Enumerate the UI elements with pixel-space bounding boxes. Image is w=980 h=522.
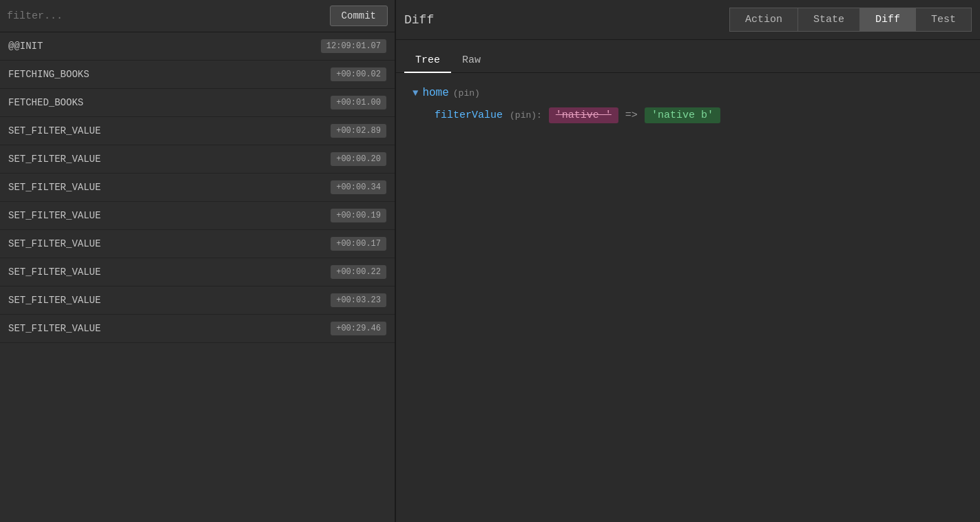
action-name: SET_FILTER_VALUE xyxy=(8,323,101,334)
action-name: SET_FILTER_VALUE xyxy=(8,182,101,193)
action-time: +00:00.17 xyxy=(331,237,386,251)
action-row[interactable]: SET_FILTER_VALUE+00:02.89 xyxy=(0,117,395,145)
action-time: +00:29.46 xyxy=(331,322,386,335)
action-name: @@INIT xyxy=(8,41,43,52)
commit-button[interactable]: Commit xyxy=(330,6,388,26)
action-row[interactable]: SET_FILTER_VALUE+00:00.20 xyxy=(0,145,395,174)
chevron-down-icon: ▼ xyxy=(413,87,418,98)
filter-pin: (pin): xyxy=(510,110,542,121)
action-row[interactable]: SET_FILTER_VALUE+00:03.23 xyxy=(0,286,395,315)
old-value: 'native ' xyxy=(549,107,618,123)
tab-state[interactable]: State xyxy=(798,8,860,32)
filter-input[interactable] xyxy=(7,10,324,22)
left-panel: Commit @@INIT12:09:01.07FETCHING_BOOKS+0… xyxy=(0,0,396,522)
right-panel: Diff ActionStateDiffTest TreeRaw ▼ home … xyxy=(396,0,980,522)
tree-home-line: ▼ home (pin) xyxy=(413,87,963,99)
tab-test[interactable]: Test xyxy=(916,8,972,32)
action-time: +00:00.02 xyxy=(331,67,386,81)
filter-key: filterValue xyxy=(435,109,503,121)
action-time: +00:00.34 xyxy=(331,180,386,194)
action-time: +00:02.89 xyxy=(331,124,386,138)
action-time: +00:03.23 xyxy=(331,293,386,307)
arrow-symbol: => xyxy=(625,109,638,121)
action-name: SET_FILTER_VALUE xyxy=(8,210,101,221)
sub-tab-tree[interactable]: Tree xyxy=(404,49,451,73)
action-row[interactable]: @@INIT12:09:01.07 xyxy=(0,32,395,61)
sub-tabs: TreeRaw xyxy=(396,40,980,73)
action-row[interactable]: SET_FILTER_VALUE+00:00.17 xyxy=(0,230,395,258)
home-pin: (pin) xyxy=(453,88,480,98)
action-time: +00:00.19 xyxy=(331,209,386,222)
tab-diff[interactable]: Diff xyxy=(860,8,916,32)
action-row[interactable]: FETCHING_BOOKS+00:00.02 xyxy=(0,61,395,89)
panel-title: Diff xyxy=(404,13,434,27)
diff-content: ▼ home (pin) filterValue (pin): 'native … xyxy=(396,73,980,522)
filter-bar: Commit xyxy=(0,0,395,32)
home-key: home xyxy=(422,87,448,99)
action-time: +00:00.20 xyxy=(331,152,386,166)
action-name: SET_FILTER_VALUE xyxy=(8,154,101,165)
action-row[interactable]: SET_FILTER_VALUE+00:00.22 xyxy=(0,258,395,286)
action-name: SET_FILTER_VALUE xyxy=(8,295,101,306)
tab-group: ActionStateDiffTest xyxy=(729,8,972,32)
action-name: SET_FILTER_VALUE xyxy=(8,125,101,136)
action-list: @@INIT12:09:01.07FETCHING_BOOKS+00:00.02… xyxy=(0,32,395,522)
new-value: 'native b' xyxy=(645,107,720,123)
tab-action[interactable]: Action xyxy=(729,8,798,32)
action-time: +00:01.00 xyxy=(331,96,386,109)
action-name: SET_FILTER_VALUE xyxy=(8,238,101,249)
action-name: FETCHED_BOOKS xyxy=(8,97,83,108)
action-time: 12:09:01.07 xyxy=(321,39,386,53)
action-row[interactable]: SET_FILTER_VALUE+00:00.34 xyxy=(0,174,395,202)
action-row[interactable]: SET_FILTER_VALUE+00:29.46 xyxy=(0,315,395,343)
action-row[interactable]: SET_FILTER_VALUE+00:00.19 xyxy=(0,202,395,230)
sub-tab-raw[interactable]: Raw xyxy=(451,49,492,73)
action-name: FETCHING_BOOKS xyxy=(8,69,90,80)
action-name: SET_FILTER_VALUE xyxy=(8,267,101,278)
filter-value-line: filterValue (pin): 'native ' => 'native … xyxy=(435,107,963,123)
action-row[interactable]: FETCHED_BOOKS+00:01.00 xyxy=(0,89,395,117)
action-time: +00:00.22 xyxy=(331,265,386,279)
top-bar: Diff ActionStateDiffTest xyxy=(396,0,980,40)
